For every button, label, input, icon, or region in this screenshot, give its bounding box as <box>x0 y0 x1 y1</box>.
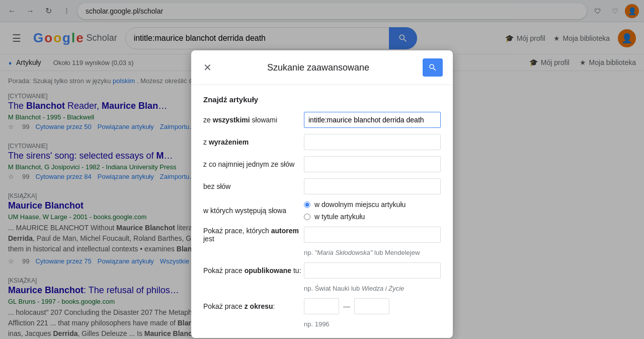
modal-header: ✕ Szukanie zaawansowane <box>191 50 453 85</box>
modal-row-all-words: ze wszystkimi słowami <box>203 112 441 128</box>
modal-close-button[interactable]: ✕ <box>201 59 214 76</box>
modal-title: Szukanie zaawansowane <box>214 62 423 73</box>
at-least-one-input[interactable] <box>304 156 441 172</box>
radio-in-title-input[interactable] <box>304 214 310 220</box>
all-words-input[interactable] <box>304 112 441 128</box>
modal-row-where: w których występują słowa w dowolnym mie… <box>203 200 441 221</box>
radio-anywhere-label: w dowolnym miejscu artykułu <box>314 200 406 209</box>
find-articles-label: Znajdź artykuły <box>203 95 441 104</box>
pub-hint: np. Świat Nauki lub Wiedza i Życie <box>203 285 441 292</box>
modal-row-without-words: bez słów <box>203 178 441 194</box>
radio-in-title-label: w tytule artykułu <box>314 213 365 221</box>
modal-overlay: ✕ Szukanie zaawansowane Znajdź artykuły … <box>0 0 644 339</box>
modal-label-without-words: bez słów <box>203 182 304 190</box>
modal-row-published: Pokaż prace opublikowane tu: <box>203 262 441 279</box>
modal-body: Znajdź artykuły ze wszystkimi słowami z … <box>191 85 453 338</box>
period-dash: — <box>343 302 350 310</box>
period-to-input[interactable] <box>354 298 389 314</box>
modal-row-author: Pokaż prace, których autoremjest <box>203 227 441 243</box>
advanced-search-modal: ✕ Szukanie zaawansowane Znajdź artykuły … <box>191 50 453 338</box>
modal-label-author: Pokaż prace, których autoremjest <box>203 227 304 243</box>
radio-anywhere[interactable]: w dowolnym miejscu artykułu <box>304 200 441 209</box>
search-icon <box>428 63 437 72</box>
radio-in-title[interactable]: w tytule artykułu <box>304 213 441 221</box>
modal-label-all-words: ze wszystkimi słowami <box>203 116 304 124</box>
where-radio-group: w dowolnym miejscu artykułu w tytule art… <box>304 200 441 221</box>
modal-label-published: Pokaż prace opublikowane tu: <box>203 266 304 275</box>
modal-row-at-least-one: z co najmniej jednym ze słów <box>203 156 441 172</box>
modal-row-period: Pokaż prace z okresu: — <box>203 298 441 314</box>
publication-input[interactable] <box>304 262 441 279</box>
modal-label-period: Pokaż prace z okresu: <box>203 302 304 310</box>
period-row: — <box>304 298 441 314</box>
phrase-input[interactable] <box>304 134 441 150</box>
period-hint: np. 1996 <box>203 320 441 328</box>
modal-label-at-least-one: z co najmniej jednym ze słów <box>203 160 304 168</box>
modal-row-phrase: z wyrażeniem <box>203 134 441 150</box>
modal-label-phrase: z wyrażeniem <box>203 138 304 146</box>
modal-label-where: w których występują słowa <box>203 207 304 215</box>
without-words-input[interactable] <box>304 178 441 194</box>
author-input[interactable] <box>304 227 441 243</box>
modal-search-button[interactable] <box>423 58 443 77</box>
radio-anywhere-input[interactable] <box>304 201 310 208</box>
period-from-input[interactable] <box>304 298 339 314</box>
author-hint: np. "Maria Skłodowska" lub Mendelejew <box>203 249 441 256</box>
